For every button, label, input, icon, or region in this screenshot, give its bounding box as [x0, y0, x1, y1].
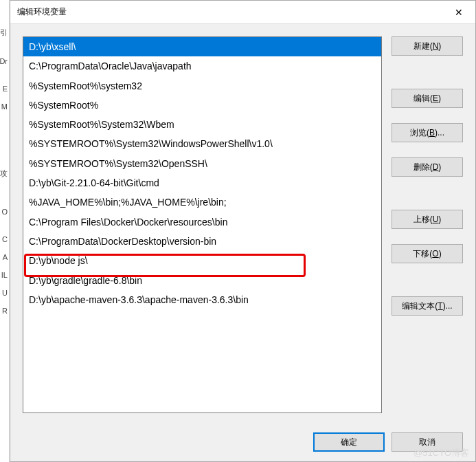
titlebar: 编辑环境变量 ✕	[10, 1, 475, 24]
list-wrap: D:\yb\xsell\C:\ProgramData\Oracle\Java\j…	[23, 36, 382, 421]
list-item[interactable]: D:\yb\node js\	[23, 251, 381, 270]
list-item[interactable]: %SystemRoot%\System32\Wbem	[23, 115, 381, 134]
ok-button[interactable]: 确定	[313, 432, 385, 452]
move-up-button[interactable]: 上移(U)	[392, 210, 463, 229]
bg-fragment: E	[3, 85, 8, 93]
list-item[interactable]: %JAVA_HOME%\bin;%JAVA_HOME%\jre\bin;	[23, 192, 381, 212]
button-column: 新建(N) 编辑(E) 浏览(B)... 删除(D) 上移(U) 下移(O) 编…	[392, 36, 463, 421]
bg-fragment: A	[3, 253, 8, 261]
list-item[interactable]: D:\yb\Git-2.21.0-64-bit\Git\cmd	[23, 173, 381, 192]
list-item[interactable]: D:\yb\xsell\	[23, 37, 381, 56]
edit-button[interactable]: 编辑(E)	[392, 89, 463, 108]
delete-button[interactable]: 删除(D)	[392, 157, 463, 177]
bg-fragment: R	[2, 307, 8, 315]
bg-fragment: O	[1, 208, 8, 216]
dialog-footer: 确定 取消	[23, 421, 463, 454]
bg-fragment: M	[1, 102, 8, 111]
new-button[interactable]: 新建(N)	[392, 36, 463, 56]
list-item[interactable]: C:\ProgramData\DockerDesktop\version-bin	[23, 232, 381, 251]
browse-button[interactable]: 浏览(B)...	[392, 123, 463, 142]
list-item[interactable]: C:\ProgramData\Oracle\Java\javapath	[23, 56, 381, 76]
list-item[interactable]: %SYSTEMROOT%\System32\OpenSSH\	[23, 154, 381, 173]
list-item[interactable]: C:\Program Files\Docker\Docker\resources…	[23, 212, 381, 232]
list-item[interactable]: %SYSTEMROOT%\System32\WindowsPowerShell\…	[23, 134, 381, 153]
bg-fragment: C	[2, 235, 8, 243]
close-icon: ✕	[455, 7, 463, 18]
bg-fragment: 攻	[0, 168, 8, 179]
list-item[interactable]: D:\yb\gradle\gradle-6.8\bin	[23, 271, 381, 290]
edit-text-button[interactable]: 编辑文本(T)...	[392, 296, 463, 316]
list-item[interactable]: D:\yb\apache-maven-3.6.3\apache-maven-3.…	[23, 290, 381, 309]
edit-env-var-dialog: 编辑环境变量 ✕ D:\yb\xsell\C:\ProgramData\Orac…	[10, 0, 476, 462]
list-item[interactable]: %SystemRoot%	[23, 96, 381, 115]
cancel-button[interactable]: 取消	[392, 432, 463, 452]
main-row: D:\yb\xsell\C:\ProgramData\Oracle\Java\j…	[23, 36, 463, 421]
bg-fragment: Dr	[0, 57, 8, 65]
dialog-body: D:\yb\xsell\C:\ProgramData\Oracle\Java\j…	[10, 24, 475, 461]
list-item[interactable]: %SystemRoot%\system32	[23, 76, 381, 96]
move-down-button[interactable]: 下移(O)	[392, 244, 463, 263]
bg-fragment: IL	[1, 271, 8, 279]
close-button[interactable]: ✕	[444, 1, 474, 23]
bg-fragment: U	[2, 289, 8, 297]
background-window-strip: 引DrEM攻OCAILUR	[0, 0, 10, 462]
bg-fragment: 引	[0, 28, 8, 38]
path-listbox[interactable]: D:\yb\xsell\C:\ProgramData\Oracle\Java\j…	[23, 36, 382, 413]
dialog-title: 编辑环境变量	[17, 6, 444, 18]
